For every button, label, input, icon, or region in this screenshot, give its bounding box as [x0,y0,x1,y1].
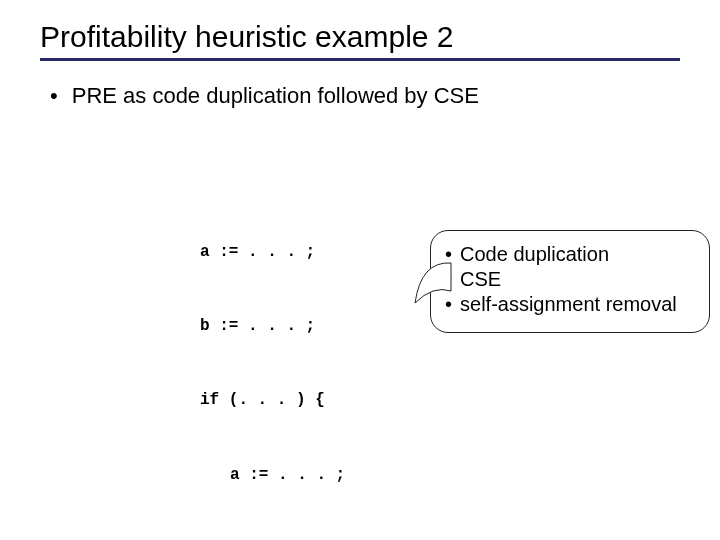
slide-title: Profitability heuristic example 2 [40,20,680,54]
code-block: a := . . . ; b := . . . ; if (. . . ) { … [200,190,374,540]
callout-tail-icon [413,257,453,307]
code-line: if (. . . ) { [200,388,374,413]
callout-item: • self-assignment removal [445,293,695,316]
callout-text: Code duplication [460,243,609,266]
callout-item: • Code duplication [445,243,695,266]
callout-box: • Code duplication • CSE • self-assignme… [430,230,710,333]
main-bullet-text: PRE as code duplication followed by CSE [72,83,479,109]
title-underline [40,58,680,61]
main-bullet: • PRE as code duplication followed by CS… [50,83,680,109]
callout-text: self-assignment removal [460,293,677,316]
bullet-dot-icon: • [50,83,58,109]
callout-item: • CSE [445,268,695,291]
code-line: a := . . . ; [200,463,374,488]
code-line: b := . . . ; [200,314,374,339]
code-line: a := . . . ; [200,240,374,265]
callout-text: CSE [460,268,501,291]
